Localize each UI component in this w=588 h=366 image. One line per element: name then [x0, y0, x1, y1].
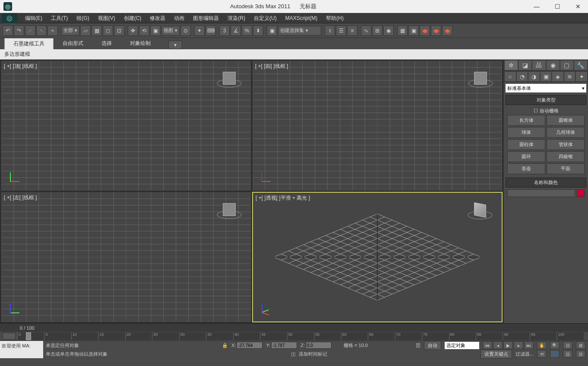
named-selection-dropdown[interactable]: 创建选择集 ▾: [278, 26, 321, 35]
ribbon-panel-label[interactable]: 多边形建模: [4, 51, 30, 58]
ribbon-tab-graphite[interactable]: 石墨建模工具: [4, 38, 54, 49]
viewport-left[interactable]: [ +[ ]左[ ]线框 ]: [1, 192, 251, 322]
mirror-button[interactable]: ⦀: [325, 25, 335, 36]
tab-hierarchy-icon[interactable]: 品: [532, 60, 545, 70]
obj-sphere-button[interactable]: 球体: [507, 127, 545, 138]
viewport-label-top[interactable]: [ +[ ]顶[ ]线框 ]: [4, 63, 37, 70]
angle-snap-button[interactable]: ∡: [231, 25, 241, 36]
rollout-header-objtype[interactable]: 对象类型: [506, 95, 586, 105]
set-key-button[interactable]: 设置关键点: [481, 350, 512, 359]
object-name-input[interactable]: [507, 189, 575, 197]
maximize-button[interactable]: ☐: [551, 1, 564, 12]
nav-zoom-button[interactable]: 🔍: [550, 341, 560, 349]
auto-grid-checkbox[interactable]: ☐自动栅格: [507, 107, 585, 115]
x-input[interactable]: [237, 342, 262, 349]
ribbon-tab-select[interactable]: 选择: [92, 38, 121, 49]
viewport-label-front[interactable]: [ +[ ]前[ ]线框 ]: [255, 63, 288, 70]
move-button[interactable]: ✥: [128, 25, 138, 36]
rollout-header-namecolor[interactable]: 名称和颜色: [506, 178, 586, 188]
keyboard-button[interactable]: ⌨: [205, 25, 216, 36]
tab-modify-icon[interactable]: ◪: [518, 60, 531, 70]
subtab-lights-icon[interactable]: ◑: [528, 72, 540, 81]
render-prod-button[interactable]: 🫖: [431, 25, 441, 36]
obj-torus-button[interactable]: 圆环: [507, 151, 545, 162]
obj-pyramid-button[interactable]: 四棱锥: [547, 151, 585, 162]
goto-start-button[interactable]: ⏮: [483, 341, 492, 349]
close-button[interactable]: ✕: [572, 1, 585, 12]
view-cube-front[interactable]: [468, 65, 493, 91]
y-input[interactable]: [271, 342, 297, 349]
align-button[interactable]: ☰: [336, 25, 346, 36]
ribbon-tab-freeform[interactable]: 自由形式: [54, 38, 92, 49]
obj-tube-button[interactable]: 管状体: [547, 139, 585, 150]
menu-tools[interactable]: 工具(T): [47, 13, 72, 23]
tag-icon[interactable]: ◫: [291, 351, 295, 357]
auto-key-button[interactable]: 自动: [424, 341, 441, 350]
obj-cone-button[interactable]: 圆锥体: [547, 115, 585, 126]
layers-button[interactable]: ≡: [347, 25, 357, 36]
menu-rendering[interactable]: 渲染(R): [223, 13, 250, 23]
menu-animation[interactable]: 动画: [170, 13, 189, 23]
viewport-label-left[interactable]: [ +[ ]左[ ]线框 ]: [4, 194, 37, 201]
manipulate-button[interactable]: ✦: [194, 25, 205, 36]
tab-utilities-icon[interactable]: 🔧: [574, 60, 587, 70]
nav-orbit-button[interactable]: ⟲: [537, 350, 547, 358]
menu-group[interactable]: 组(G): [72, 13, 93, 23]
select-region-button[interactable]: ◻: [103, 25, 113, 36]
nav-walk-button[interactable]: 👣: [550, 350, 560, 358]
nav-pan-button[interactable]: ✋: [537, 341, 547, 349]
menu-modifiers[interactable]: 修改器: [145, 13, 170, 23]
scale-button[interactable]: ▣: [150, 25, 161, 36]
tab-display-icon[interactable]: ▢: [560, 60, 573, 70]
goto-end-button[interactable]: ⏭: [524, 341, 534, 349]
render-button[interactable]: 🫖: [420, 25, 430, 36]
obj-teapot-button[interactable]: 茶壶: [507, 163, 545, 174]
object-color-swatch[interactable]: [577, 189, 585, 197]
rotate-button[interactable]: ⟲: [139, 25, 149, 36]
menu-graph-editors[interactable]: 图形编辑器: [189, 13, 223, 23]
obj-geosphere-button[interactable]: 几何球体: [547, 127, 585, 138]
subtab-spacewarps-icon[interactable]: ≋: [564, 72, 575, 81]
viewport-label-persp[interactable]: [ +[ ]透视[ ]平滑 + 高光 ]: [256, 194, 310, 202]
view-cube-top[interactable]: [216, 65, 242, 91]
select-name-button[interactable]: ▦: [92, 25, 102, 36]
snap-button[interactable]: 3: [219, 25, 230, 36]
subtab-systems-icon[interactable]: ✦: [576, 72, 587, 81]
redo-button[interactable]: ↷: [14, 25, 24, 36]
prev-frame-button[interactable]: ◂: [493, 341, 503, 349]
time-ruler[interactable]: 0510152025303540455055606570758085909510…: [17, 332, 584, 340]
key-filter-label[interactable]: 过滤器...: [515, 351, 534, 357]
nav-max-button[interactable]: ⊞: [576, 341, 585, 349]
menu-customize[interactable]: 自定义(U): [250, 13, 281, 23]
menu-maxscript[interactable]: MAXScript(M): [281, 13, 322, 23]
viewport-top[interactable]: [ +[ ]顶[ ]线框 ]: [1, 60, 251, 191]
app-logo-icon[interactable]: ◎: [2, 13, 17, 23]
subtab-cameras-icon[interactable]: ▣: [541, 72, 552, 81]
time-slider[interactable]: 0510152025303540455055606570758085909510…: [0, 332, 588, 341]
spinner-snap-button[interactable]: ⬍: [253, 25, 263, 36]
time-config-button[interactable]: [3, 333, 16, 340]
select-button[interactable]: ▱: [80, 25, 91, 36]
named-sel-button[interactable]: ▣: [267, 25, 277, 36]
curve-editor-button[interactable]: ∿: [361, 25, 371, 36]
percent-snap-button[interactable]: %: [242, 25, 252, 36]
play-button[interactable]: ▶: [503, 341, 513, 349]
ribbon-dropdown-icon[interactable]: ▾: [168, 41, 182, 49]
menu-edit[interactable]: 编辑(E): [21, 13, 47, 23]
menu-create[interactable]: 创建(C): [120, 13, 146, 23]
viewport-front[interactable]: [ +[ ]前[ ]线框 ]: [252, 60, 503, 191]
bind-button[interactable]: ≈: [47, 25, 58, 36]
minimize-button[interactable]: —: [530, 1, 543, 12]
material-button[interactable]: ◉: [383, 25, 394, 36]
subtab-geometry-icon[interactable]: ○: [505, 72, 516, 81]
render-iter-button[interactable]: 🫖: [442, 25, 452, 36]
time-marker[interactable]: [26, 332, 31, 340]
nav-zoom-ext-button[interactable]: ⊡: [563, 350, 572, 358]
nav-fov-button[interactable]: ⊡: [563, 341, 572, 349]
undo-button[interactable]: ↶: [3, 25, 13, 36]
subtab-helpers-icon[interactable]: ◈: [552, 72, 563, 81]
obj-plane-button[interactable]: 平面: [547, 163, 585, 174]
obj-box-button[interactable]: 长方体: [507, 115, 545, 126]
object-category-dropdown[interactable]: 标准基本体▾: [506, 84, 586, 92]
render-frame-button[interactable]: ▣: [408, 25, 419, 36]
